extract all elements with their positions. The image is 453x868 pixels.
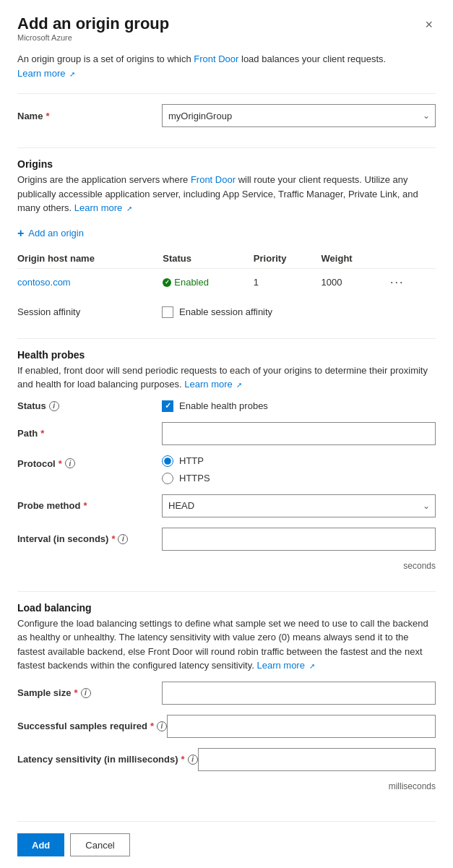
health-probes-description: If enabled, front door will send periodi… [17, 364, 436, 392]
protocol-http-label: HTTP [179, 455, 204, 466]
latency-label: Latency sensitivity (in milliseconds) * … [17, 754, 198, 765]
col-priority: Priority [254, 250, 322, 269]
health-status-info-icon[interactable]: i [49, 401, 59, 411]
origins-front-door-link[interactable]: Front Door [191, 174, 236, 185]
plus-icon: + [17, 227, 24, 240]
col-actions [386, 250, 436, 269]
probe-method-row: Probe method * HEAD GET ⌄ [17, 494, 436, 517]
name-select[interactable]: myOriginGroup [162, 104, 436, 127]
protocol-required-star: * [59, 458, 62, 469]
priority-cell: 1 [254, 268, 322, 296]
probe-method-select[interactable]: HEAD GET [162, 494, 436, 517]
latency-input[interactable]: 50 [198, 748, 436, 771]
external-link-icon: ➚ [69, 69, 75, 80]
interval-required-star: * [111, 533, 115, 544]
latency-units-label: milliseconds [17, 781, 436, 791]
panel-title: Add an origin group Microsoft Azure [17, 14, 169, 51]
path-required-star: * [40, 428, 44, 439]
successful-samples-input[interactable]: 3 [167, 715, 436, 738]
status-dot [163, 278, 171, 287]
interval-units-label: seconds [17, 561, 436, 571]
session-affinity-row: Session affinity Enable session affinity [17, 306, 436, 318]
load-balancing-description: Configure the load balancing settings to… [17, 616, 436, 673]
name-dropdown-wrapper: myOriginGroup ⌄ [162, 104, 436, 127]
origins-external-icon: ➚ [126, 203, 132, 214]
latency-row: Latency sensitivity (in milliseconds) * … [17, 748, 436, 771]
protocol-http-radio[interactable] [162, 455, 173, 467]
load-balancing-external-icon: ➚ [309, 661, 315, 671]
interval-input[interactable]: 100 [162, 528, 436, 551]
health-probes-external-icon: ➚ [236, 379, 242, 390]
probe-method-label: Probe method * [17, 500, 162, 511]
name-field-row: Name * myOriginGroup ⌄ [17, 104, 436, 127]
protocol-https-radio[interactable] [162, 473, 173, 484]
health-status-row: Status i Enable health probes [17, 400, 436, 412]
protocol-http-option: HTTP [162, 455, 210, 467]
front-door-link[interactable]: Front Door [194, 53, 238, 64]
origins-description: Origins are the application servers wher… [17, 173, 436, 215]
table-row: contoso.com Enabled 1 1000 ··· [17, 268, 436, 296]
protocol-radio-group: HTTP HTTPS [162, 455, 210, 484]
origins-section: Origins Origins are the application serv… [17, 158, 436, 306]
col-weight: Weight [322, 250, 386, 269]
sample-size-row: Sample size * i 4 [17, 682, 436, 705]
session-affinity-checkbox[interactable] [162, 306, 173, 318]
health-probes-checkbox[interactable] [162, 400, 173, 412]
intro-learn-more-link[interactable]: Learn more ➚ [17, 68, 75, 79]
sample-size-input[interactable]: 4 [162, 682, 436, 705]
interval-info-icon[interactable]: i [118, 534, 128, 544]
health-probes-learn-more-link[interactable]: Learn more ➚ [184, 379, 242, 390]
health-probes-heading: Health probes [17, 349, 436, 361]
add-origin-group-panel: Add an origin group Microsoft Azure × An… [0, 0, 453, 868]
load-balancing-learn-more-link[interactable]: Learn more ➚ [256, 660, 314, 671]
latency-required-star: * [181, 754, 185, 765]
footer: Add Cancel [17, 821, 436, 868]
weight-cell: 1000 [322, 268, 386, 296]
protocol-row: Protocol * i HTTP HTTPS [17, 455, 436, 484]
health-status-label: Status i [17, 400, 162, 411]
path-input[interactable]: / [162, 422, 436, 445]
close-button[interactable]: × [422, 17, 436, 33]
intro-description: An origin group is a set of origins to w… [17, 52, 436, 80]
add-origin-button[interactable]: + Add an origin [17, 224, 84, 243]
successful-samples-label: Successful samples required * i [17, 721, 167, 731]
load-balancing-heading: Load balancing [17, 602, 436, 614]
protocol-https-option: HTTPS [162, 473, 210, 484]
status-enabled: Enabled [163, 277, 248, 288]
path-row: Path * / [17, 422, 436, 445]
health-probes-checkbox-label: Enable health probes [179, 400, 268, 411]
origins-heading: Origins [17, 158, 436, 170]
origins-table: Origin host name Status Priority Weight … [17, 250, 436, 296]
add-button[interactable]: Add [17, 833, 64, 856]
health-status-checkbox-wrapper: Enable health probes [162, 400, 268, 412]
session-affinity-checkbox-label: Enable session affinity [179, 306, 272, 317]
load-balancing-section: Load balancing Configure the load balanc… [17, 602, 436, 802]
col-status: Status [163, 250, 254, 269]
name-label: Name * [17, 111, 162, 121]
sample-size-label: Sample size * i [17, 687, 162, 698]
protocol-label: Protocol * i [17, 455, 162, 469]
more-options-button[interactable]: ··· [386, 275, 408, 291]
protocol-https-label: HTTPS [179, 473, 210, 484]
col-host: Origin host name [17, 250, 163, 269]
sample-size-info-icon[interactable]: i [81, 688, 91, 698]
successful-samples-info-icon[interactable]: i [157, 721, 167, 731]
health-probes-section: Health probes If enabled, front door wil… [17, 349, 436, 581]
latency-info-icon[interactable]: i [188, 755, 198, 765]
panel-header: Add an origin group Microsoft Azure × [17, 14, 436, 51]
interval-label: Interval (in seconds) * i [17, 533, 162, 544]
successful-samples-required-star: * [150, 721, 154, 731]
origins-learn-more-link[interactable]: Learn more ➚ [74, 202, 132, 213]
session-affinity-label: Session affinity [17, 306, 162, 317]
cancel-button[interactable]: Cancel [70, 833, 129, 856]
probe-method-required-star: * [83, 500, 87, 511]
protocol-info-icon[interactable]: i [65, 458, 75, 468]
required-star: * [46, 111, 49, 121]
probe-method-dropdown-wrapper: HEAD GET ⌄ [162, 494, 436, 517]
successful-samples-row: Successful samples required * i 3 [17, 715, 436, 738]
origin-host-link[interactable]: contoso.com [17, 277, 71, 288]
session-affinity-checkbox-wrapper: Enable session affinity [162, 306, 272, 318]
interval-row: Interval (in seconds) * i 100 [17, 528, 436, 551]
path-label: Path * [17, 428, 162, 439]
sample-size-required-star: * [74, 687, 77, 698]
